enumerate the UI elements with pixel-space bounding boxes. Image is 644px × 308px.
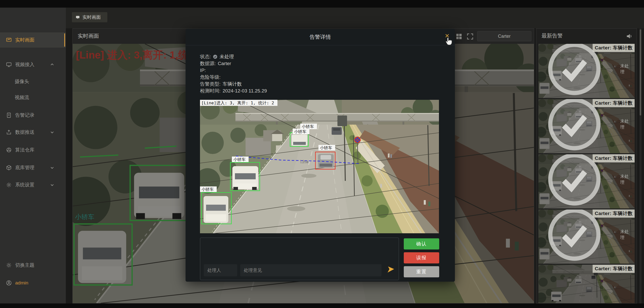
latest-alarms-panel: 最新告警 Carter: 车辆计数 未处理 Carter: 车辆计数 未处理 (536, 28, 637, 303)
window-bottom-strip (0, 303, 644, 308)
alarm-snapshot: 小轿车 小轿车 小轿车 小轿车 小轿车 Line [Line]进入: 3, 离开… (200, 100, 439, 233)
field-value: 车辆计数 (223, 81, 242, 87)
alarm-card[interactable]: Carter: 车辆计数 未处理 (538, 154, 635, 208)
line-label: Line (300, 159, 308, 164)
sidebar-item-video-access[interactable]: 视频接入 (0, 57, 66, 72)
sidebar-item-label: 数据推送 (15, 129, 34, 136)
username-label: admin (15, 280, 28, 286)
sidebar-item-alarm-records[interactable]: 告警记录 (0, 108, 66, 123)
sidebar-item-label: 视频流 (15, 94, 29, 101)
field-value: 未处理 (219, 53, 234, 60)
sidebar-item-label: 告警记录 (15, 112, 34, 119)
alarm-card[interactable]: Carter: 车辆计数 未处理 (538, 209, 635, 264)
field-status: 状态: 未处理 (200, 53, 267, 60)
fullscreen-icon[interactable] (467, 33, 474, 40)
sidebar-item-camera[interactable]: 摄像头 (0, 74, 66, 89)
field-label: 危险等级: (200, 74, 220, 81)
modal-header: 告警详情 × (186, 29, 455, 45)
check-circle-icon (538, 44, 619, 96)
latest-alarms-header: 最新告警 (536, 29, 637, 43)
send-icon[interactable] (387, 266, 395, 273)
sidebar-item-label: 视频接入 (15, 61, 34, 68)
sidebar-item-label: 算法仓库 (15, 147, 34, 153)
alarm-card[interactable]: Carter: 车辆计数 未处理 (538, 99, 635, 153)
sidebar-item-label: 实时画面 (15, 37, 34, 43)
alarm-fields: 状态: 未处理 数据源: Carter IP: 危险等级: 告警类型: (200, 53, 267, 94)
camera-select-value: Carter (498, 34, 511, 39)
alarm-status-text: 未处理 (620, 229, 632, 240)
field-ip: IP: (200, 67, 267, 74)
sidebar-item-base-library[interactable]: 底库管理 (0, 160, 66, 175)
opinion-input[interactable] (240, 264, 381, 276)
sidebar-item-label: 摄像头 (15, 78, 29, 85)
latest-alarms-title: 最新告警 (541, 32, 563, 39)
field-value: Carter (218, 61, 231, 66)
cube-icon (6, 165, 12, 170)
field-label: 检测时间: (200, 88, 220, 94)
alarm-snapshot-frame: 小轿车 小轿车 小轿车 小轿车 小轿车 Line [Line]进入: 3, 离开… (200, 100, 439, 233)
alarm-status-text: 未处理 (620, 63, 632, 75)
theme-toggle-label: 切换主题 (15, 262, 34, 268)
sidebar-item-video-stream[interactable]: 视频流 (0, 90, 66, 105)
alarm-type-label: Carter: 车辆计数 (593, 265, 635, 273)
handler-input[interactable] (204, 264, 237, 276)
false-alarm-button[interactable]: 误报 (404, 252, 439, 263)
tab-label: 实时画面 (83, 14, 101, 20)
reset-button[interactable]: 重置 (404, 266, 439, 277)
modal-title: 告警详情 (186, 33, 455, 41)
live-vehicle-tag: 小轿车 (75, 213, 94, 220)
sun-icon (6, 262, 12, 268)
alarm-status-text: 未处理 (620, 118, 632, 130)
confirm-button[interactable]: 确认 (404, 238, 439, 249)
chevron-up-icon (50, 63, 54, 67)
alarm-detail-modal: 告警详情 × 状态: 未处理 数据源: Carter IP: 危险等级: (186, 29, 455, 282)
video-input-icon (6, 62, 12, 67)
chevron-down-icon (50, 183, 54, 187)
grid-layout-icon[interactable] (455, 33, 462, 40)
vehicle-label: 小轿车 (233, 157, 246, 162)
status-check-circle-icon (213, 54, 217, 59)
user-menu[interactable]: admin (0, 276, 66, 290)
alarm-scrollbar[interactable] (639, 28, 641, 303)
algorithm-icon (6, 147, 12, 153)
theme-toggle[interactable]: 切换主题 (0, 258, 66, 273)
chevron-down-icon (50, 130, 54, 134)
field-label: 状态: (200, 53, 211, 60)
scrollbar-thumb[interactable] (640, 29, 641, 115)
alarm-card[interactable]: Carter: 车辆计数 未处理 (538, 44, 635, 98)
alarm-status-text: 未处理 (620, 174, 632, 185)
panel-title: 实时画面 (78, 32, 99, 40)
modal-actions: 确认 误报 重置 (404, 238, 439, 277)
upload-icon (6, 129, 12, 135)
sidebar-item-algorithm-store[interactable]: 算法仓库 (0, 143, 66, 157)
field-label: 数据源: (200, 60, 216, 67)
sidebar-item-label: 底库管理 (15, 164, 34, 171)
close-icon[interactable]: × (445, 32, 449, 40)
field-danger-level: 危险等级: (200, 74, 267, 81)
alarm-status-badge: 未处理 (538, 99, 632, 151)
field-value: 2024-12-03 11.25.29 (223, 88, 267, 94)
sidebar-item-label: 系统设置 (15, 182, 34, 188)
vehicle-label: 小轿车 (294, 129, 306, 134)
speaker-icon[interactable] (626, 33, 633, 40)
handle-form (200, 238, 399, 280)
sidebar-item-live-view[interactable]: 实时画面 (0, 32, 66, 48)
tab-bar: 实时画面 (66, 8, 644, 28)
alarm-card[interactable]: Carter: 车辆计数 (538, 265, 635, 303)
field-detect-time: 检测时间: 2024-12-03 11.25.29 (200, 87, 267, 94)
field-alarm-type: 告警类型: 车辆计数 (200, 81, 267, 87)
monitor-chart-icon (6, 37, 12, 43)
vehicle-label: 小轿车 (302, 124, 314, 129)
window-top-strip (0, 0, 644, 8)
vehicle-label: 小轿车 (320, 146, 332, 150)
vehicle-label: 小轿车 (202, 187, 214, 191)
tab-live-view[interactable]: 实时画面 (72, 12, 107, 22)
chevron-down-icon (50, 166, 54, 170)
sidebar-item-system-settings[interactable]: 系统设置 (0, 178, 66, 192)
sidebar-item-data-push[interactable]: 数据推送 (0, 125, 66, 140)
field-label: IP: (200, 68, 206, 73)
sidebar: 实时画面 视频接入 摄像头 视频流 告警记录 数据推送 (0, 8, 66, 308)
camera-select[interactable]: Carter (477, 31, 531, 41)
alarm-status-badge: 未处理 (538, 209, 632, 262)
display-icon (75, 15, 80, 20)
